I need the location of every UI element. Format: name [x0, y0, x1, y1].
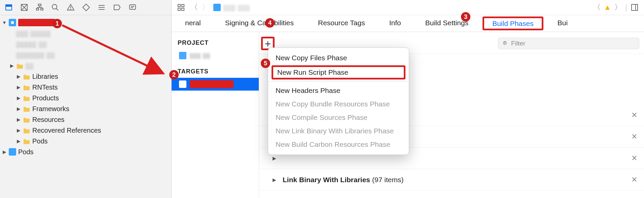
- menu-new-copy-files[interactable]: New Copy Files Phase: [268, 51, 409, 65]
- chevron-right-icon[interactable]: ▶: [9, 63, 14, 68]
- target-name-redacted: [190, 80, 234, 88]
- warning-icon[interactable]: ▲: [604, 3, 611, 12]
- folder-icon: [23, 138, 30, 144]
- navigator-toolbar: [0, 0, 171, 15]
- project-item-label: ▯▯▯ ▯▯: [190, 52, 210, 59]
- remove-phase-icon[interactable]: ✕: [631, 132, 637, 141]
- annotation-marker-5: 5: [261, 59, 270, 68]
- tree-item-blur[interactable]: ▯▯▯ ▯▯▯▯▯: [0, 28, 171, 39]
- svg-rect-22: [11, 21, 14, 24]
- chevron-right-icon[interactable]: ▶: [273, 156, 279, 161]
- debug-navigator-icon[interactable]: [98, 3, 106, 11]
- annotation-marker-3: 3: [461, 12, 470, 22]
- issue-prev-icon[interactable]: 〈: [593, 2, 601, 12]
- tree-item-label: ▯▯▯▯▯ ▯▯: [16, 40, 47, 48]
- tree-folder-recovered[interactable]: ▶Recovered References: [0, 125, 171, 136]
- tree-folder-rntests[interactable]: ▶RNTests: [0, 82, 171, 93]
- editor-area: 〈 〉 ▯▯▯ ▯▯▯ 〈 ▲ 〉 | neral Signing & Capa…: [172, 0, 644, 198]
- tab-resource-tags[interactable]: Resource Tags: [306, 15, 377, 32]
- menu-new-headers[interactable]: New Headers Phase: [268, 84, 409, 97]
- related-items-icon[interactable]: [177, 3, 185, 11]
- chevron-right-icon[interactable]: ▶: [16, 106, 21, 111]
- nav-back-icon[interactable]: 〈: [190, 2, 196, 12]
- tree-item-label: Recovered References: [32, 127, 101, 134]
- tab-general[interactable]: neral: [173, 15, 213, 32]
- breakpoint-navigator-icon[interactable]: [113, 3, 121, 11]
- tab-info[interactable]: Info: [377, 15, 413, 32]
- tab-label: Build Phases: [492, 20, 534, 28]
- symbol-navigator-icon[interactable]: [36, 3, 44, 11]
- tree-item-blur[interactable]: ▯▯▯▯▯ ▯▯: [0, 39, 171, 50]
- tree-item-label: Frameworks: [32, 105, 69, 113]
- chevron-right-icon[interactable]: ▶: [16, 128, 21, 133]
- pods-project-row[interactable]: ▶ Pods: [0, 146, 171, 157]
- menu-item-label: New Copy Files Phase: [276, 54, 347, 62]
- project-item[interactable]: ▯▯▯ ▯▯: [172, 49, 259, 62]
- tree-folder-resources[interactable]: ▶Resources: [0, 114, 171, 125]
- tree-folder-libraries[interactable]: ▶Libraries: [0, 71, 171, 82]
- folder-icon: [23, 117, 30, 123]
- chevron-right-icon[interactable]: ▶: [16, 138, 21, 144]
- project-root-row[interactable]: ▼: [0, 17, 171, 28]
- folder-icon: [23, 73, 30, 79]
- menu-new-run-script[interactable]: New Run Script Phase: [272, 65, 405, 79]
- menu-item-label: New Run Script Phase: [277, 68, 348, 76]
- annotation-marker-1: 1: [52, 19, 62, 28]
- tree-item-label: Resources: [32, 116, 65, 124]
- folder-icon: [23, 84, 30, 90]
- menu-item-label: New Build Carbon Resources Phase: [276, 140, 390, 148]
- remove-phase-icon[interactable]: ✕: [631, 154, 637, 163]
- chevron-right-icon[interactable]: ▶: [16, 74, 21, 79]
- svg-rect-6: [36, 8, 39, 10]
- build-phases-pane: ＋ Filter New Copy Files Phase New Run Sc…: [259, 32, 644, 198]
- targets-header: TARGETS: [172, 65, 259, 78]
- tree-folder-frameworks[interactable]: ▶Frameworks: [0, 103, 171, 114]
- chevron-right-icon[interactable]: ▶: [273, 177, 279, 183]
- chevron-right-icon[interactable]: ▶: [16, 117, 21, 122]
- svg-line-13: [56, 8, 58, 10]
- add-phase-menu: New Copy Files Phase New Run Script Phas…: [268, 47, 409, 155]
- menu-new-compile-sources: New Compile Sources Phase: [268, 111, 409, 124]
- svg-rect-1: [6, 5, 12, 6]
- tree-group-row[interactable]: ▶ ▯▯: [0, 60, 171, 71]
- chevron-right-icon[interactable]: ▶: [16, 85, 21, 90]
- tree-folder-pods[interactable]: ▶Pods: [0, 136, 171, 146]
- source-control-navigator-icon[interactable]: [20, 3, 28, 11]
- issue-navigator-icon[interactable]: [67, 3, 75, 11]
- editor-path-bar: 〈 〉 ▯▯▯ ▯▯▯ 〈 ▲ 〉 |: [172, 0, 644, 15]
- tab-signing[interactable]: Signing & Capabilities: [213, 15, 306, 32]
- breadcrumb[interactable]: ▯▯▯ ▯▯▯: [213, 3, 250, 11]
- tree-item-label: Pods: [18, 148, 34, 156]
- svg-rect-27: [632, 4, 638, 10]
- chevron-right-icon[interactable]: ▶: [2, 149, 7, 155]
- test-navigator-icon[interactable]: [82, 3, 90, 11]
- chevron-down-icon[interactable]: ▼: [2, 20, 7, 25]
- menu-item-label: New Link Binary With Libraries Phase: [276, 127, 394, 135]
- remove-phase-icon[interactable]: ✕: [631, 175, 637, 184]
- phases-filter-input[interactable]: Filter: [498, 38, 639, 49]
- editor-tabs: neral Signing & Capabilities Resource Ta…: [172, 15, 644, 32]
- tab-build-rules[interactable]: Bui: [545, 15, 580, 32]
- xcodeproj-icon: [9, 19, 16, 26]
- tree-item-label: ▯▯: [26, 62, 34, 70]
- project-tree[interactable]: ▼ ▯▯▯ ▯▯▯▯▯ ▯▯▯▯▯ ▯▯ ▯▯▯▯▯▯▯ ▯▯ ▶ ▯▯ ▶Li…: [0, 15, 171, 159]
- phase-count: (97 items): [372, 176, 403, 184]
- project-navigator-icon[interactable]: [5, 3, 13, 11]
- folder-icon: [23, 127, 30, 133]
- issue-next-icon[interactable]: 〉: [614, 2, 622, 12]
- report-navigator-icon[interactable]: [129, 3, 137, 11]
- target-item-selected[interactable]: [172, 78, 259, 91]
- tree-item-blur[interactable]: ▯▯▯▯▯▯▯ ▯▯: [0, 50, 171, 60]
- tab-build-phases[interactable]: Build Phases: [482, 16, 543, 30]
- remove-phase-icon[interactable]: ✕: [631, 111, 637, 120]
- nav-forward-icon[interactable]: 〉: [202, 2, 208, 12]
- tab-build-settings[interactable]: Build Settings: [413, 15, 480, 32]
- find-navigator-icon[interactable]: [51, 3, 59, 11]
- adjust-editor-icon[interactable]: [631, 3, 639, 11]
- svg-rect-7: [41, 8, 43, 10]
- chevron-right-icon[interactable]: ▶: [16, 95, 21, 101]
- tree-folder-products[interactable]: ▶Products: [0, 93, 171, 103]
- phase-row-link-binary[interactable]: ▶ Link Binary With Libraries (97 items) …: [259, 169, 644, 191]
- tab-label: Resource Tags: [318, 19, 365, 27]
- svg-point-15: [70, 9, 71, 9]
